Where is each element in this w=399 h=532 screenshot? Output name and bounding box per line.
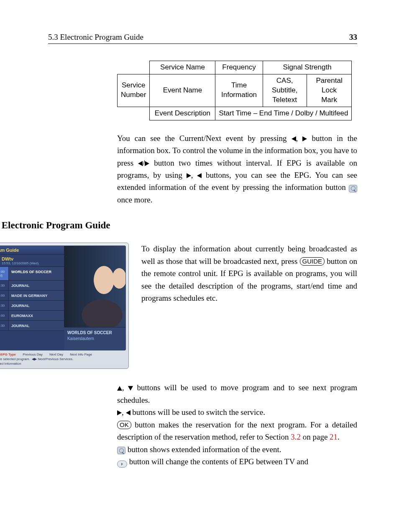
epg-detail-panel: WORLDS OF SOCCER Kaiserslautern <box>64 327 125 350</box>
epg-program-row: 16:30 ~ 17:00MADE IN GERMANY <box>0 291 64 301</box>
epg-hint-bar: Toggle EPG Type Previous Day Next Day Ne… <box>0 350 126 366</box>
left-arrow-icon <box>197 173 202 178</box>
right-arrow-icon <box>302 136 307 141</box>
cell-event-name: Event Name <box>150 74 215 107</box>
cell-event-desc: Event Description <box>150 107 215 120</box>
cell-parental: Parental Lock Mark <box>307 74 352 107</box>
epg-program-row: 15:30 ~ 16:0012/10 (Wed)WORLDS OF SOCCER <box>0 267 64 281</box>
cell-service-number: Service Number <box>118 74 150 107</box>
epg-screenshot-figure: Program Guide 65 DWtv 15:53, 12/10/2005 … <box>0 243 129 369</box>
tv-radio-button-icon: ⏵ <box>117 460 127 468</box>
cell-signal-strength: Signal Strength <box>263 61 352 74</box>
info-button-icon <box>349 185 357 192</box>
epg-program-row: 18:00 ~ 18:30JOURNAL <box>0 321 64 331</box>
running-head: 5.3 Electronic Program Guide <box>48 33 143 42</box>
epg-program-row: 17:00 ~ 17:30JOURNAL <box>0 301 64 311</box>
guide-key: GUIDE <box>300 257 325 266</box>
epg-program-row: 16:00 ~ 16:30JOURNAL <box>0 281 64 291</box>
cell-cas: CAS, Subtitle, Teletext <box>263 74 307 107</box>
xref-section[interactable]: 3.2 <box>291 432 301 441</box>
right-arrow-icon <box>117 410 122 415</box>
page-number: 33 <box>349 33 357 42</box>
info-button-icon <box>117 447 125 454</box>
right-arrow-icon <box>145 161 149 166</box>
down-arrow-icon <box>128 386 133 391</box>
paragraph-info-box: You can see the Current/Next event by pr… <box>117 132 357 206</box>
up-arrow-icon <box>117 386 122 391</box>
epg-title: Program Guide <box>0 246 64 255</box>
cell-timebar: Start Time – End Time / Dolby / Multifee… <box>215 107 352 120</box>
section-heading: 5.3 Electronic Program Guide <box>0 220 357 231</box>
right-arrow-icon <box>187 173 191 178</box>
epg-video-preview <box>64 246 125 327</box>
xref-page[interactable]: 21 <box>330 432 338 441</box>
left-arrow-icon <box>126 410 130 415</box>
cell-time-info: Time Information <box>215 74 263 107</box>
info-box-layout-table: Service Name Frequency Signal Strength S… <box>117 61 352 120</box>
cell-frequency: Frequency <box>215 61 263 74</box>
epg-service-name: DWtv <box>2 256 38 261</box>
paragraph-epg-intro: To display the information about current… <box>141 243 357 304</box>
left-arrow-icon <box>292 136 296 141</box>
ok-key: OK <box>117 421 131 429</box>
epg-program-row: 17:30 ~ 18:00EUROMAXX <box>0 311 64 321</box>
epg-datetime: 15:53, 12/10/2005 (Wed) <box>2 261 38 265</box>
cell-service-name: Service Name <box>150 61 215 74</box>
left-arrow-icon <box>138 161 143 166</box>
button-explanations: , buttons will be used to move program a… <box>117 381 357 468</box>
